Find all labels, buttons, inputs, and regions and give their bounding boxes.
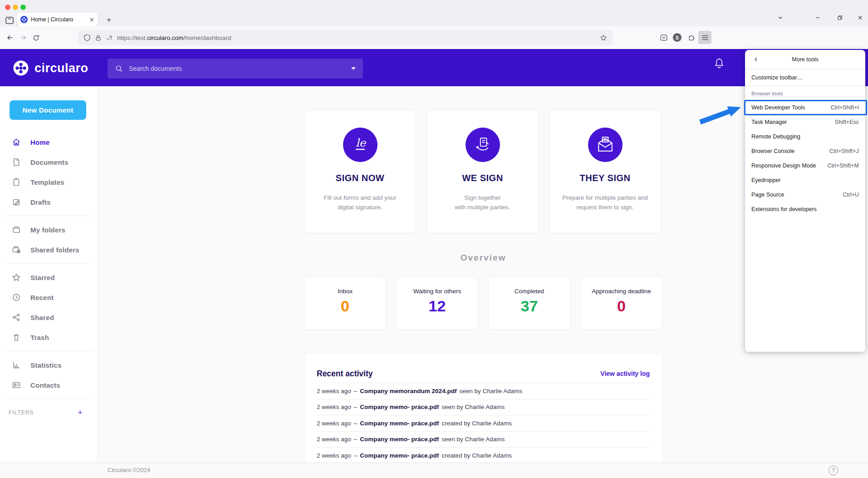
sidebar-divider [6, 351, 92, 351]
back-icon[interactable] [4, 31, 16, 44]
bookmark-star-icon[interactable] [600, 34, 607, 41]
tab-title: Home | Circularo [31, 16, 86, 23]
sidebar: New Document Home Documents Templates Dr… [0, 86, 98, 463]
sign-action-cards: le SIGN NOW Fill out forms and add yourd… [304, 110, 661, 233]
search-input[interactable] [128, 64, 346, 73]
star-icon [12, 273, 21, 282]
sidebar-item-label: Trash [30, 334, 49, 341]
activity-row[interactable]: 2 weeks ago– Company memorandum 2024.pdf… [317, 383, 650, 399]
stat-label: Waiting for others [397, 288, 478, 295]
browser-titlebar: Home | Circularo ✕ + [0, 0, 868, 26]
forward-icon[interactable] [17, 31, 29, 44]
stat-card-inbox[interactable]: Inbox 0 [304, 277, 386, 330]
sidebar-item-shared[interactable]: Shared [0, 307, 98, 327]
search-dropdown-chevron-icon[interactable] [351, 67, 356, 70]
menu-item-eyedropper[interactable]: Eyedropper [745, 173, 865, 187]
window-close-traffic-light[interactable] [5, 5, 10, 10]
window-close-button[interactable] [853, 11, 867, 24]
notifications-bell-icon[interactable] [712, 56, 726, 70]
permissions-icon[interactable] [106, 34, 113, 41]
firefox-view-icon[interactable] [4, 15, 15, 25]
url-bar[interactable]: https://test.circularo.com/home/dashboar… [78, 30, 613, 45]
window-minimize-button[interactable] [811, 11, 824, 24]
menu-item-browser-console[interactable]: Browser ConsoleCtrl+Shift+J [745, 144, 865, 158]
copyright-text: Circularo ©2024 [108, 467, 150, 473]
tab-list-chevron-icon[interactable] [774, 11, 787, 24]
sidebar-item-label: Starred [30, 274, 55, 281]
view-activity-log-link[interactable]: View activity log [600, 370, 650, 377]
annotation-arrow-icon [698, 102, 743, 125]
sign-now-card[interactable]: le SIGN NOW Fill out forms and add yourd… [304, 110, 416, 233]
hamburger-menu-icon[interactable] [698, 31, 711, 44]
brand-name: circularo [34, 61, 88, 75]
browser-tab[interactable]: Home | Circularo ✕ [17, 13, 98, 26]
add-filter-icon[interactable]: + [78, 408, 83, 418]
document-icon [12, 158, 21, 167]
sidebar-item-label: Drafts [30, 198, 51, 206]
activity-row[interactable]: 2 weeks ago– Company memo- práce.pdfseen… [317, 431, 650, 448]
folder-icon [12, 225, 21, 234]
window-minimize-traffic-light[interactable] [13, 5, 18, 10]
sidebar-divider [6, 263, 92, 264]
action-description: Sign togetherwith multiple parties. [427, 193, 538, 212]
action-title: SIGN NOW [304, 173, 416, 183]
stat-label: Completed [489, 288, 570, 295]
new-tab-button[interactable]: + [103, 14, 115, 26]
we-sign-card[interactable]: WE SIGN Sign togetherwith multiple parti… [427, 110, 539, 233]
pocket-icon[interactable] [657, 31, 670, 44]
activity-row[interactable]: 2 weeks ago– Company memo- práce.pdfcrea… [317, 447, 650, 463]
menu-item-page-source[interactable]: Page SourceCtrl+U [745, 187, 865, 202]
share-icon [12, 313, 21, 322]
menu-item-remote-debugging[interactable]: Remote Debugging [745, 129, 865, 144]
extensions-puzzle-icon[interactable] [685, 31, 698, 44]
sidebar-item-recent[interactable]: Recent [0, 287, 98, 307]
tab-close-icon[interactable]: ✕ [89, 17, 94, 23]
stat-card-approaching-deadline[interactable]: Approaching deadline 0 [580, 277, 662, 330]
stat-card-completed[interactable]: Completed 37 [488, 277, 570, 330]
they-sign-card[interactable]: THEY SIGN Prepare for multiple parties a… [549, 110, 661, 233]
window-zoom-traffic-light[interactable] [20, 5, 26, 10]
menu-item-customize-toolbar[interactable]: Customize toolbar… [745, 69, 865, 86]
menu-section-browser-tools: Browser tools [745, 86, 865, 100]
stat-card-waiting-for-others[interactable]: Waiting for others 12 [396, 277, 478, 330]
menu-item-extensions-for-developers[interactable]: Extensions for developers [745, 202, 865, 217]
help-icon[interactable]: ? [829, 466, 838, 475]
sidebar-divider [6, 216, 92, 216]
menu-back-chevron-icon[interactable] [750, 53, 762, 66]
statistics-icon [12, 360, 21, 370]
sidebar-item-templates[interactable]: Templates [0, 172, 98, 192]
extension-badge-icon[interactable]: S [671, 31, 684, 44]
search-bar[interactable] [108, 59, 363, 79]
stat-value: 12 [397, 297, 478, 315]
url-text: https://test.circularo.com/home/dashboar… [117, 34, 596, 41]
sidebar-item-shared-folders[interactable]: Shared folders [0, 240, 98, 260]
stat-label: Approaching deadline [581, 288, 662, 295]
action-title: WE SIGN [427, 173, 538, 183]
app-header: circularo [0, 49, 868, 86]
sidebar-item-contacts[interactable]: Contacts [0, 375, 98, 395]
sidebar-item-label: Home [30, 138, 49, 146]
shield-icon[interactable] [83, 34, 91, 41]
reload-icon[interactable] [29, 31, 42, 44]
sidebar-item-starred[interactable]: Starred [0, 267, 98, 287]
lock-icon[interactable] [95, 34, 102, 41]
sidebar-item-documents[interactable]: Documents [0, 152, 98, 172]
activity-row[interactable]: 2 weeks ago– Company memo- práce.pdfseen… [317, 399, 650, 415]
sidebar-item-drafts[interactable]: Drafts [0, 192, 98, 212]
sidebar-item-my-folders[interactable]: My folders [0, 220, 98, 240]
window-restore-button[interactable] [833, 11, 847, 24]
clock-icon [12, 293, 21, 302]
new-document-button[interactable]: New Document [10, 100, 86, 120]
sidebar-nav: Home Documents Templates Drafts My folde… [0, 132, 98, 423]
sidebar-item-label: Shared [30, 314, 54, 321]
circularo-logo: circularo [13, 60, 88, 76]
recent-activity-title: Recent activity [317, 369, 373, 379]
sidebar-item-home[interactable]: Home [0, 132, 98, 152]
sidebar-item-label: My folders [30, 226, 65, 234]
stat-value: 37 [489, 297, 570, 315]
sidebar-item-trash[interactable]: Trash [0, 327, 98, 347]
menu-item-responsive-design-mode[interactable]: Responsive Design ModeCtrl+Shift+M [745, 158, 865, 173]
sidebar-item-statistics[interactable]: Statistics [0, 355, 98, 375]
activity-row[interactable]: 2 weeks ago– Company memo- práce.pdfcrea… [317, 415, 650, 431]
menu-item-task-manager[interactable]: Task ManagerShift+Esc [745, 115, 865, 129]
